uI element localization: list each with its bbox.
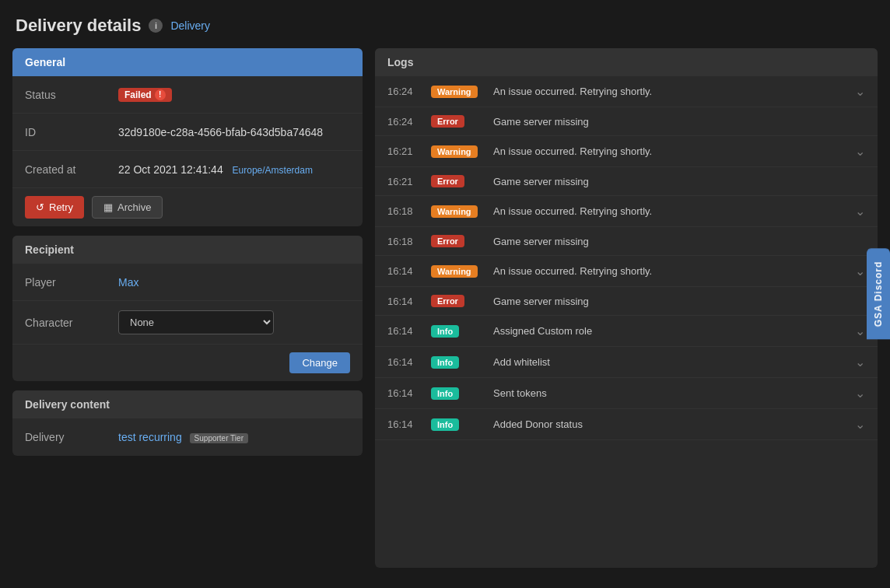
log-message: Add whitelist [493, 356, 843, 368]
character-value: None [118, 310, 350, 334]
id-value: 32d9180e-c28a-4566-bfab-643d5ba74648 [118, 126, 350, 138]
log-level-badge: Warning [431, 265, 478, 278]
delivery-content-header: Delivery content [12, 390, 363, 418]
chevron-down-icon: ⌄ [855, 386, 865, 401]
log-message: An issue occurred. Retrying shortly. [493, 205, 843, 217]
delivery-row: Delivery test recurring Supporter Tier [12, 418, 363, 456]
logs-header: Logs [375, 48, 878, 76]
general-card: General Status Failed ! ID 32d9180e-c28a… [12, 48, 363, 226]
log-message: An issue occurred. Retrying shortly. [493, 265, 843, 277]
log-row[interactable]: 16:18 Error Game server missing [375, 227, 878, 256]
character-row: Character None [12, 301, 363, 345]
log-badge: Info [431, 325, 481, 338]
log-badge: Error [431, 235, 481, 247]
recipient-card: Recipient Player Max Character None Chan… [12, 236, 363, 381]
created-at-datetime: 22 Oct 2021 12:41:44 [118, 163, 223, 176]
log-row[interactable]: 16:14 Warning An issue occurred. Retryin… [375, 256, 878, 287]
retry-button[interactable]: ↺ Retry [25, 196, 84, 219]
created-at-label: Created at [25, 163, 118, 176]
log-message: Game server missing [493, 116, 865, 128]
chevron-down-icon: ⌄ [855, 264, 865, 278]
log-level-badge: Error [431, 295, 464, 307]
id-row: ID 32d9180e-c28a-4566-bfab-643d5ba74648 [12, 114, 363, 151]
log-time: 16:14 [387, 418, 419, 430]
log-message: Game server missing [493, 176, 865, 187]
log-row[interactable]: 16:14 Error Game server missing [375, 287, 878, 316]
supporter-badge: Supporter Tier [190, 433, 248, 443]
log-time: 16:14 [387, 356, 419, 368]
log-message: Game server missing [493, 296, 865, 307]
log-badge: Warning [431, 86, 481, 98]
log-time: 16:14 [387, 265, 419, 277]
character-select[interactable]: None [118, 310, 274, 334]
log-message: Assigned Custom role [493, 325, 843, 337]
log-time: 16:14 [387, 325, 419, 337]
player-value: Max [118, 276, 350, 289]
log-row[interactable]: 16:21 Error Game server missing [375, 167, 878, 196]
log-row[interactable]: 16:21 Warning An issue occurred. Retryin… [375, 136, 878, 167]
character-label: Character [25, 317, 118, 329]
log-row[interactable]: 16:14 Info Added Donor status ⌄ [375, 409, 878, 440]
log-time: 16:18 [387, 236, 419, 247]
timezone-link[interactable]: Europe/Amsterdam [233, 165, 313, 176]
chevron-down-icon: ⌄ [855, 355, 865, 369]
chevron-down-icon: ⌄ [855, 144, 865, 159]
archive-label: Archive [117, 201, 151, 213]
gsa-discord-button[interactable]: GSA Discord [867, 249, 890, 340]
archive-icon: ▦ [103, 201, 113, 213]
left-panel: General Status Failed ! ID 32d9180e-c28a… [12, 48, 363, 568]
log-row[interactable]: 16:14 Info Add whitelist ⌄ [375, 347, 878, 378]
log-time: 16:18 [387, 205, 419, 217]
log-row[interactable]: 16:14 Info Sent tokens ⌄ [375, 378, 878, 409]
delivery-link[interactable]: test recurring [118, 431, 182, 443]
retry-label: Retry [49, 201, 73, 213]
info-icon[interactable]: i [149, 19, 163, 33]
log-level-badge: Info [431, 418, 459, 431]
id-label: ID [25, 126, 118, 138]
character-actions: Change [12, 345, 363, 381]
retry-icon: ↺ [36, 201, 44, 213]
status-label: Status [25, 89, 118, 101]
log-level-badge: Warning [431, 145, 478, 158]
archive-button[interactable]: ▦ Archive [92, 196, 163, 219]
logs-card: Logs 16:24 Warning An issue occurred. Re… [375, 48, 878, 568]
log-level-badge: Error [431, 235, 464, 247]
log-badge: Error [431, 295, 481, 307]
recipient-header: Recipient [12, 236, 363, 264]
player-label: Player [25, 276, 118, 289]
player-row: Player Max [12, 264, 363, 301]
status-row: Status Failed ! [12, 76, 363, 114]
chevron-down-icon: ⌄ [855, 324, 865, 338]
log-badge: Warning [431, 145, 481, 158]
log-row[interactable]: 16:24 Error Game server missing [375, 107, 878, 136]
log-badge: Warning [431, 265, 481, 278]
log-level-badge: Info [431, 325, 459, 338]
log-time: 16:24 [387, 86, 419, 97]
log-time: 16:14 [387, 296, 419, 307]
log-row[interactable]: 16:24 Warning An issue occurred. Retryin… [375, 76, 878, 107]
log-message: Sent tokens [493, 387, 843, 399]
delivery-label: Delivery [25, 431, 118, 443]
log-row[interactable]: 16:14 Info Assigned Custom role ⌄ [375, 316, 878, 347]
log-level-badge: Warning [431, 205, 478, 218]
log-level-badge: Info [431, 356, 459, 369]
page-title: Delivery details i Delivery [0, 0, 890, 48]
breadcrumb-link[interactable]: Delivery [170, 19, 210, 32]
log-message: An issue occurred. Retrying shortly. [493, 145, 843, 157]
logs-body: 16:24 Warning An issue occurred. Retryin… [375, 76, 878, 568]
change-button[interactable]: Change [289, 352, 350, 373]
log-badge: Warning [431, 205, 481, 218]
chevron-down-icon: ⌄ [855, 417, 865, 432]
log-row[interactable]: 16:18 Warning An issue occurred. Retryin… [375, 196, 878, 227]
chevron-down-icon: ⌄ [855, 204, 865, 219]
created-at-row: Created at 22 Oct 2021 12:41:44 Europe/A… [12, 151, 363, 188]
log-level-badge: Error [431, 175, 464, 187]
player-link[interactable]: Max [118, 276, 138, 289]
status-badge: Failed ! [118, 88, 172, 102]
log-badge: Info [431, 356, 481, 369]
log-badge: Error [431, 175, 481, 187]
failed-label: Failed [124, 89, 152, 100]
created-at-value: 22 Oct 2021 12:41:44 Europe/Amsterdam [118, 163, 350, 176]
log-message: Game server missing [493, 236, 865, 247]
log-message: An issue occurred. Retrying shortly. [493, 86, 843, 97]
